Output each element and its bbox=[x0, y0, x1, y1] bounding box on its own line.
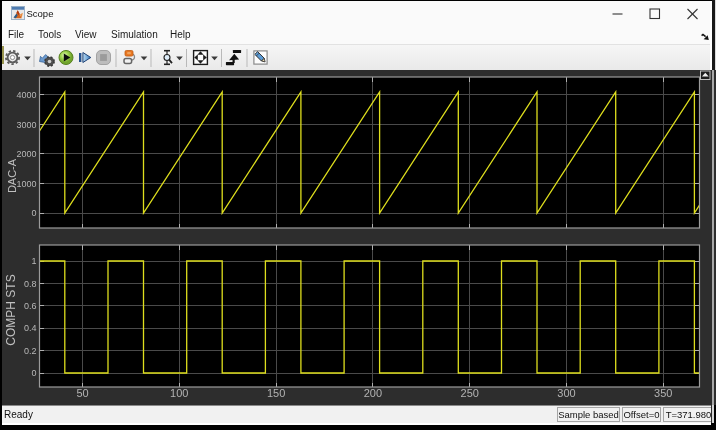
svg-text:DAC-A: DAC-A bbox=[6, 158, 18, 193]
svg-text:200: 200 bbox=[364, 387, 382, 399]
svg-text:2000: 2000 bbox=[16, 149, 36, 159]
svg-text:250: 250 bbox=[461, 387, 479, 399]
svg-text:1000: 1000 bbox=[16, 179, 36, 189]
svg-text:100: 100 bbox=[170, 387, 188, 399]
svg-text:0.2: 0.2 bbox=[24, 346, 37, 356]
svg-text:3000: 3000 bbox=[16, 120, 36, 130]
svg-text:4000: 4000 bbox=[16, 90, 36, 100]
svg-text:COMPH STS: COMPH STS bbox=[4, 274, 18, 345]
svg-text:350: 350 bbox=[654, 387, 672, 399]
svg-text:150: 150 bbox=[267, 387, 285, 399]
svg-text:0.4: 0.4 bbox=[24, 323, 37, 333]
svg-text:0.8: 0.8 bbox=[24, 279, 37, 289]
svg-text:0: 0 bbox=[31, 368, 36, 378]
svg-text:1: 1 bbox=[31, 256, 36, 266]
svg-text:300: 300 bbox=[557, 387, 575, 399]
svg-text:0: 0 bbox=[31, 208, 36, 218]
svg-text:0.6: 0.6 bbox=[24, 301, 37, 311]
svg-text:50: 50 bbox=[76, 387, 88, 399]
